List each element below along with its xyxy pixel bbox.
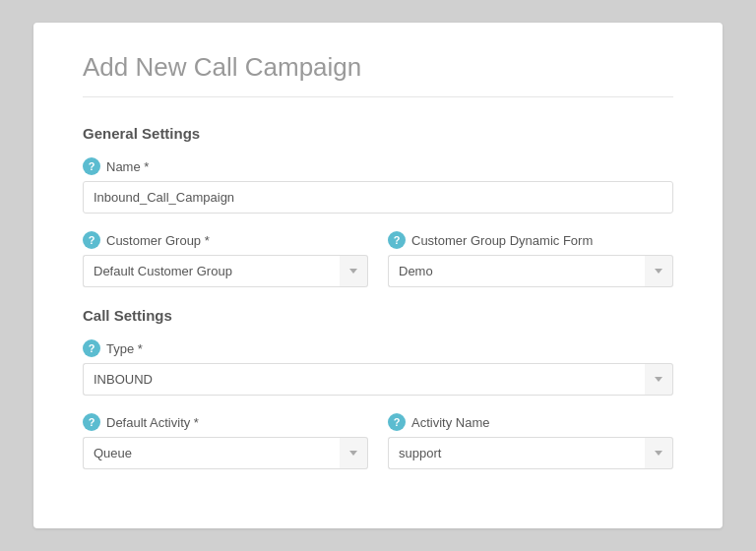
customer-group-col: ? Customer Group * [83, 231, 368, 287]
dynamic-form-input-wrapper [388, 255, 673, 287]
default-activity-chevron-icon [349, 451, 357, 456]
name-help-icon[interactable]: ? [83, 157, 100, 175]
customer-group-dropdown-btn[interactable] [340, 255, 368, 287]
type-chevron-icon [655, 377, 662, 382]
main-card: Add New Call Campaign General Settings ?… [33, 23, 723, 528]
type-help-icon[interactable]: ? [83, 339, 100, 357]
activity-name-chevron-icon [655, 451, 662, 456]
default-activity-input-wrapper [83, 437, 368, 469]
activity-name-label: ? Activity Name [388, 413, 673, 431]
default-activity-col: ? Default Activity * [83, 413, 368, 469]
name-label: ? Name * [83, 157, 673, 175]
call-settings-title: Call Settings [83, 307, 673, 324]
activity-name-col: ? Activity Name [388, 413, 673, 469]
activity-name-help-icon[interactable]: ? [388, 413, 406, 431]
customer-group-input-wrapper [83, 255, 368, 287]
type-dropdown-btn[interactable] [645, 363, 673, 396]
activity-name-dropdown-btn[interactable] [645, 437, 673, 469]
type-label: ? Type * [83, 339, 673, 357]
type-input[interactable] [83, 363, 645, 396]
dynamic-form-input[interactable] [388, 255, 645, 287]
customer-group-chevron-icon [349, 269, 357, 274]
general-settings-title: General Settings [83, 125, 673, 142]
dynamic-form-dropdown-btn[interactable] [645, 255, 673, 287]
default-activity-input[interactable] [83, 437, 340, 469]
type-input-wrapper [83, 363, 673, 396]
customer-group-input[interactable] [83, 255, 340, 287]
dynamic-form-label: ? Customer Group Dynamic Form [388, 231, 673, 249]
customer-group-row: ? Customer Group * ? Customer Group Dyna… [83, 231, 673, 287]
page-title: Add New Call Campaign [83, 52, 673, 97]
call-settings-section: Call Settings ? Type * ? Default Activit… [83, 307, 673, 469]
default-activity-label: ? Default Activity * [83, 413, 368, 431]
type-field-group: ? Type * [83, 339, 673, 396]
activity-row: ? Default Activity * ? Activity Name [83, 413, 673, 469]
customer-group-label: ? Customer Group * [83, 231, 368, 249]
customer-group-help-icon[interactable]: ? [83, 231, 100, 249]
default-activity-help-icon[interactable]: ? [83, 413, 100, 431]
general-settings-section: General Settings ? Name * ? Customer Gro… [83, 125, 673, 287]
name-field-group: ? Name * [83, 157, 673, 214]
dynamic-form-col: ? Customer Group Dynamic Form [388, 231, 673, 287]
dynamic-form-help-icon[interactable]: ? [388, 231, 406, 249]
activity-name-input[interactable] [388, 437, 645, 469]
dynamic-form-chevron-icon [655, 269, 662, 274]
default-activity-dropdown-btn[interactable] [340, 437, 368, 469]
activity-name-input-wrapper [388, 437, 673, 469]
name-input[interactable] [83, 181, 673, 214]
